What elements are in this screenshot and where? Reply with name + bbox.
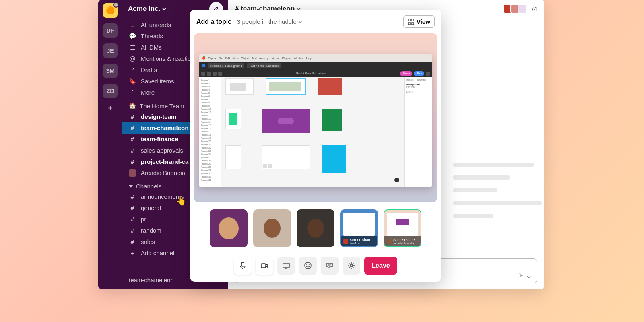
threads-icon: 💬 xyxy=(129,32,136,40)
workspace-logo[interactable]: 🟠 xyxy=(103,3,118,18)
svg-rect-3 xyxy=(412,23,414,25)
huddle-subtitle[interactable]: 3 people in the huddle xyxy=(237,18,302,25)
workspace-je[interactable]: JE xyxy=(103,43,118,58)
gear-icon xyxy=(347,262,355,270)
figma-tab: Headline 1 & Background xyxy=(208,63,244,68)
svg-point-9 xyxy=(309,264,310,265)
participant-video[interactable] xyxy=(297,209,334,247)
unreads-icon: ≡ xyxy=(129,21,136,29)
member-count: 74 xyxy=(530,6,537,12)
shared-screen: 🍎FigmaFileEditViewObjectTextArrangeVecto… xyxy=(199,54,432,187)
mic-icon xyxy=(239,262,247,270)
svg-rect-6 xyxy=(283,263,289,268)
figma-tabs: Headline 1 & Background Past + Free Illu… xyxy=(199,62,432,70)
macos-menubar: 🍎FigmaFileEditViewObjectTextArrangeVecto… xyxy=(199,54,432,62)
screenshare-tile-active[interactable]: Screen shareArcadio Buendia xyxy=(384,209,421,247)
figma-tab: Past + Free Illustrations xyxy=(247,63,281,68)
video-icon xyxy=(260,262,268,270)
avatar-stack xyxy=(506,4,527,14)
workspace-name: Acme Inc. xyxy=(128,5,167,13)
view-button[interactable]: View xyxy=(403,15,435,28)
screen-share-view: 🍎FigmaFileEditViewObjectTextArrangeVecto… xyxy=(194,33,437,202)
svg-rect-4 xyxy=(242,262,244,266)
leave-button[interactable]: Leave xyxy=(364,257,397,275)
send-icon[interactable]: ➤ xyxy=(518,271,524,279)
bookmark-icon: 🔖 xyxy=(129,77,136,85)
workspace-sm[interactable]: SM xyxy=(103,64,118,78)
channel-members[interactable]: 74 xyxy=(506,4,537,14)
dms-icon: ☰ xyxy=(129,43,136,52)
settings-button[interactable] xyxy=(343,257,360,275)
workspace-df[interactable]: DF xyxy=(103,23,118,38)
svg-rect-1 xyxy=(412,19,414,21)
caret-down-icon xyxy=(129,185,133,188)
chevron-down-icon xyxy=(162,6,167,11)
video-button[interactable] xyxy=(256,257,273,275)
mentions-icon: @ xyxy=(129,55,136,63)
screen-icon xyxy=(282,262,290,270)
share-button[interactable] xyxy=(277,257,295,275)
svg-rect-5 xyxy=(261,264,266,268)
svg-point-8 xyxy=(306,264,307,265)
huddle-controls: Leave xyxy=(190,253,441,282)
more-icon: ⋮ xyxy=(129,89,136,97)
svg-point-7 xyxy=(305,262,311,269)
mute-button[interactable] xyxy=(234,257,252,275)
chevron-down-icon xyxy=(298,20,302,24)
figma-frames xyxy=(221,77,404,187)
plus-icon: + xyxy=(129,249,136,257)
participant-video[interactable] xyxy=(253,209,291,247)
emoji-icon xyxy=(304,262,312,270)
drafts-icon: 🗎 xyxy=(129,66,136,74)
thread-icon xyxy=(326,262,334,270)
huddle-header: Add a topic 3 people in the huddle View xyxy=(190,10,441,33)
svg-point-10 xyxy=(350,264,353,267)
participant-tiles: Screen shareLee Mazi Screen shareArcadio… xyxy=(190,202,441,253)
participant-video[interactable] xyxy=(210,209,248,247)
huddle-topic[interactable]: Add a topic xyxy=(196,18,231,25)
figma-layers: Frame 1Frame 2Frame 3Frame 4Frame 5Frame… xyxy=(199,77,221,187)
svg-rect-0 xyxy=(408,19,410,21)
svg-rect-2 xyxy=(408,23,410,25)
grid-icon xyxy=(408,19,414,25)
figma-toolbar: Past + Free Illustrations Share Play xyxy=(199,70,432,77)
thread-button[interactable] xyxy=(321,257,339,275)
workspace-zb[interactable]: ZB xyxy=(103,84,118,98)
figma-inspector: Design Prototype Background F5F5F5 Expor… xyxy=(404,77,432,187)
figma-canvas: Frame 1Frame 2Frame 3Frame 4Frame 5Frame… xyxy=(199,77,432,187)
add-workspace[interactable]: + xyxy=(108,104,113,113)
react-button[interactable] xyxy=(299,257,317,275)
screenshare-tile[interactable]: Screen shareLee Mazi xyxy=(340,209,378,247)
huddle-window: Add a topic 3 people in the huddle View … xyxy=(190,10,441,282)
org-rail: 🟠 DF JE SM ZB + xyxy=(98,0,122,289)
chevron-down-icon[interactable] xyxy=(527,275,531,279)
